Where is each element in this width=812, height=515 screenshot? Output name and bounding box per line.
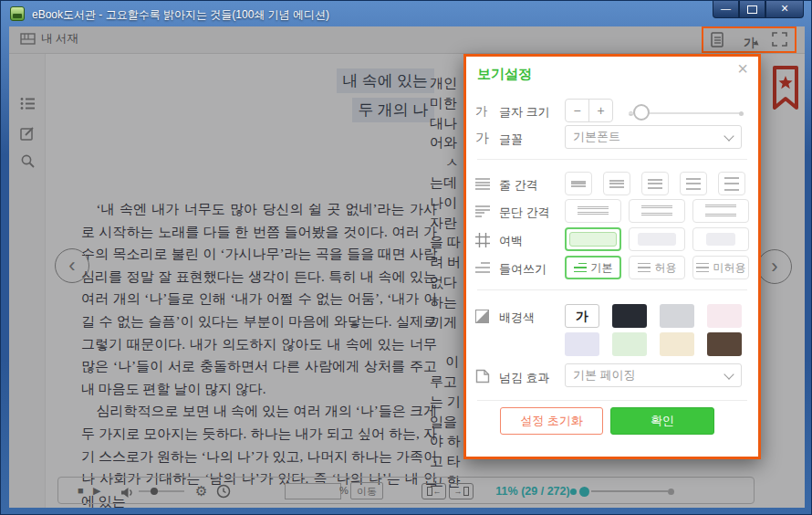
confirm-button[interactable]: 확인 <box>610 407 714 435</box>
client-area: 내 서재 가 <box>9 26 805 508</box>
font-size-label: 글자 크기 <box>499 104 550 121</box>
margin-option-3[interactable] <box>692 227 749 251</box>
font-size-icon: 가 <box>475 103 487 120</box>
divider <box>477 400 747 401</box>
line-spacing-option-2[interactable] <box>603 172 630 195</box>
panel-close-icon[interactable]: × <box>734 58 752 79</box>
app-window: eBook도서관 - 고요할수록 밝아지는 것들(100쇄 기념 에디션) — … <box>0 0 812 515</box>
bg-swatch-green[interactable] <box>612 332 647 356</box>
page-turn-effect-icon <box>475 369 490 387</box>
divider <box>477 289 747 290</box>
bg-swatch-white[interactable]: 가 <box>565 304 599 328</box>
indent-label: 들여쓰기 <box>499 261 547 278</box>
background-color-label: 배경색 <box>499 310 535 326</box>
page-turn-effect-value: 기본 페이징 <box>573 368 636 382</box>
reset-settings-button[interactable]: 설정 초기화 <box>500 407 603 435</box>
line-spacing-icon <box>475 178 490 190</box>
divider <box>477 159 747 160</box>
chevron-down-icon <box>724 131 734 141</box>
indent-glyph <box>696 263 709 273</box>
page-turn-effect-dropdown[interactable]: 기본 페이징 <box>565 363 742 387</box>
paragraph-spacing-option-3[interactable] <box>692 199 749 223</box>
paragraph-spacing-icon <box>475 205 490 217</box>
font-size-slider-max-dot <box>739 111 744 116</box>
margin-option-2[interactable] <box>629 227 685 251</box>
margin-icon <box>475 233 490 251</box>
line-spacing-option-4[interactable] <box>680 172 707 195</box>
line-spacing-option-3[interactable] <box>641 172 669 195</box>
bg-swatch-brown[interactable] <box>707 332 742 356</box>
font-size-decrease-button[interactable]: − <box>566 100 589 121</box>
chevron-down-icon <box>724 369 734 379</box>
paragraph-spacing-option-2[interactable] <box>629 199 685 223</box>
paragraph-spacing-option-1[interactable] <box>565 199 621 223</box>
bg-swatch-cream[interactable] <box>660 332 694 356</box>
window-title: eBook도서관 - 고요할수록 밝아지는 것들(100쇄 기념 에디션) <box>32 7 329 23</box>
font-family-label: 글꼴 <box>499 131 523 148</box>
indent-option-default[interactable]: 기본 <box>565 256 621 279</box>
bg-swatch-pink[interactable] <box>707 304 742 328</box>
panel-title: 보기설정 <box>477 66 532 83</box>
paragraph-spacing-label: 문단 간격 <box>499 205 550 221</box>
maximize-button[interactable] <box>739 1 765 18</box>
line-spacing-option-5[interactable] <box>718 172 745 195</box>
margin-label: 여백 <box>499 233 523 249</box>
line-spacing-option-1[interactable] <box>565 172 592 195</box>
font-family-value: 기본폰트 <box>573 130 620 143</box>
font-size-stepper[interactable]: − + <box>565 99 613 122</box>
indent-glyph <box>574 263 587 273</box>
font-size-increase-button[interactable]: + <box>589 100 612 121</box>
app-icon <box>10 6 25 21</box>
indent-icon <box>475 262 490 273</box>
title-bar[interactable]: eBook도서관 - 고요할수록 밝아지는 것들(100쇄 기념 에디션) — … <box>1 1 811 26</box>
bg-swatch-lavender[interactable] <box>565 332 599 356</box>
bg-swatch-dark[interactable] <box>612 304 647 328</box>
bg-swatch-gray[interactable] <box>660 304 694 328</box>
indent-option-allow[interactable]: 허용 <box>629 256 685 279</box>
page-turn-effect-label: 넘김 효과 <box>499 370 550 386</box>
font-size-slider-knob[interactable] <box>633 104 650 121</box>
indent-option-disallow[interactable]: 미허용 <box>692 256 749 279</box>
font-family-icon: 가 <box>475 130 489 147</box>
margin-option-1-selected[interactable] <box>565 227 621 251</box>
close-button[interactable]: × <box>765 1 804 18</box>
maximize-icon <box>747 5 757 14</box>
view-settings-panel: 보기설정 × 가 글자 크기 − + 가 글꼴 기본폰트 줄 간격 <box>463 54 761 459</box>
minimize-button[interactable]: — <box>713 1 739 18</box>
font-family-dropdown[interactable]: 기본폰트 <box>565 125 742 149</box>
background-color-icon <box>475 310 489 323</box>
line-spacing-label: 줄 간격 <box>499 177 538 194</box>
indent-glyph <box>638 263 651 273</box>
